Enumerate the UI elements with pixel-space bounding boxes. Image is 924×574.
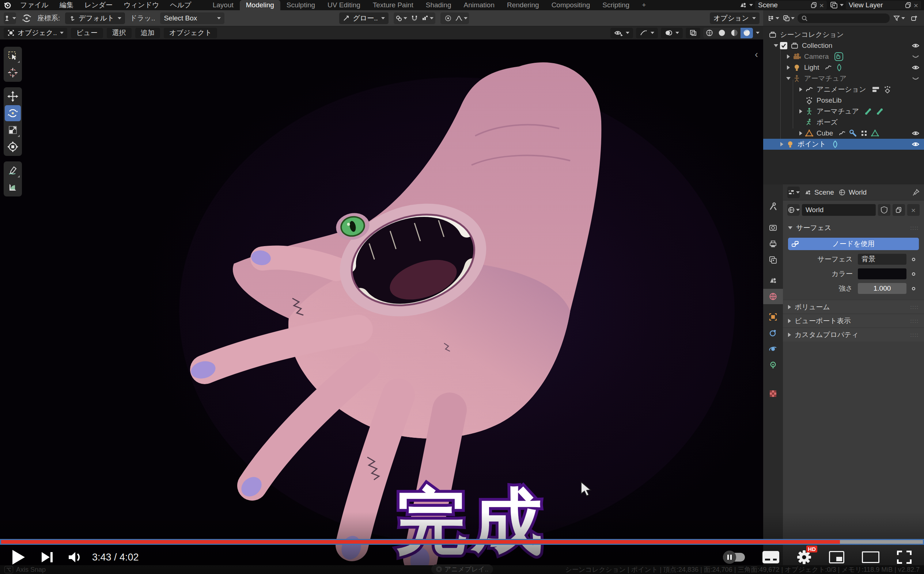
outliner-row-pose[interactable]: ポーズ: [763, 117, 924, 128]
subtitles-button[interactable]: [763, 551, 779, 563]
3d-viewport[interactable]: オブジェク.. ビュー 選択 追加 オブジェクト: [0, 26, 763, 565]
scene-icon[interactable]: [739, 1, 747, 9]
fake-user-shield-icon[interactable]: [878, 204, 890, 216]
eye-closed-icon[interactable]: [911, 54, 919, 60]
expand-icon[interactable]: [778, 142, 786, 147]
expand-icon[interactable]: [797, 87, 805, 91]
measure-tool[interactable]: [5, 179, 21, 196]
gizmo-dropdown[interactable]: [636, 28, 658, 38]
chevron-down-icon[interactable]: [749, 4, 753, 6]
play-button[interactable]: [13, 550, 25, 565]
transform-tool[interactable]: [5, 139, 21, 155]
expand-icon[interactable]: [785, 77, 793, 80]
annotate-tool[interactable]: [5, 162, 21, 178]
copy-icon[interactable]: [905, 2, 911, 8]
transform-orientation-dropdown[interactable]: グロー..: [339, 13, 388, 24]
editor-type-button[interactable]: [4, 13, 16, 24]
animation-badge[interactable]: [824, 63, 832, 72]
breadcrumb-scene[interactable]: Scene: [804, 188, 834, 196]
cursor-tool[interactable]: [5, 65, 21, 81]
light-data-badge[interactable]: [835, 63, 843, 72]
active-tool-rotate-icon[interactable]: [21, 13, 32, 24]
tab-texture-paint[interactable]: Texture Paint: [367, 0, 419, 10]
tab-shading[interactable]: Shading: [419, 0, 457, 10]
sidebar-toggle-arrow[interactable]: ‹: [755, 49, 758, 60]
theater-mode-button[interactable]: [862, 551, 880, 563]
eye-open-icon[interactable]: [911, 65, 919, 71]
tab-animation[interactable]: Animation: [457, 0, 501, 10]
panel-drag-handle[interactable]: ::::: [910, 332, 919, 338]
menu-file[interactable]: ファイル: [14, 0, 54, 10]
eye-open-icon[interactable]: [911, 43, 919, 49]
vertex-group-badge[interactable]: [860, 129, 868, 137]
expand-icon[interactable]: [797, 109, 805, 114]
tab-scripting[interactable]: Scripting: [596, 0, 636, 10]
close-icon[interactable]: ×: [820, 2, 824, 9]
tab-rendering[interactable]: Rendering: [501, 0, 545, 10]
surface-panel-header[interactable]: サーフェス ::::: [783, 218, 924, 235]
expand-icon[interactable]: [785, 65, 793, 70]
magnet-snap-icon[interactable]: [408, 13, 421, 24]
bone-badge[interactable]: [864, 107, 873, 116]
miniplayer-button[interactable]: [829, 551, 844, 563]
outliner-row-animation[interactable]: アニメーション: [763, 84, 924, 95]
outliner-row-armature[interactable]: アーマチュア: [763, 73, 924, 84]
scale-tool[interactable]: [5, 122, 21, 138]
proportional-edit-icon[interactable]: [442, 13, 454, 24]
eye-open-icon[interactable]: [911, 141, 919, 147]
volume-panel-header[interactable]: ボリューム ::::: [783, 300, 924, 314]
modifier-wrench-badge[interactable]: [849, 129, 857, 137]
select-mode-dropdown[interactable]: Select Box: [160, 13, 225, 24]
expand-icon[interactable]: [785, 54, 793, 59]
outliner-row-point-light[interactable]: ポイント: [763, 139, 924, 150]
outliner-row-scene-collection[interactable]: シーンコレクション: [763, 29, 924, 40]
move-tool[interactable]: [5, 88, 21, 104]
shading-wireframe-button[interactable]: [703, 28, 716, 38]
tab-output[interactable]: [763, 236, 783, 252]
options-button[interactable]: オプション: [710, 13, 759, 24]
panel-drag-handle[interactable]: ::::: [910, 304, 919, 310]
tab-compositing[interactable]: Compositing: [545, 0, 596, 10]
breadcrumb-world[interactable]: World: [839, 188, 867, 196]
animation-badge[interactable]: [838, 129, 846, 137]
menu-render[interactable]: レンダー: [79, 0, 118, 10]
mode-dropdown[interactable]: オブジェク..: [4, 28, 67, 38]
volume-button[interactable]: [68, 551, 82, 563]
visibility-dropdown[interactable]: [611, 28, 633, 38]
collection-checkbox[interactable]: [780, 42, 787, 49]
outliner-editor-type-icon[interactable]: [767, 13, 779, 24]
video-progress-bar[interactable]: [0, 539, 924, 545]
fullscreen-button[interactable]: [897, 550, 911, 564]
tab-physics[interactable]: [763, 341, 783, 357]
custom-properties-panel-header[interactable]: カスタムプロパティ ::::: [783, 328, 924, 341]
outliner-row-cube[interactable]: Cube: [763, 128, 924, 139]
new-collection-icon[interactable]: [908, 13, 920, 24]
mesh-data-badge[interactable]: [871, 129, 879, 137]
tab-constraints[interactable]: [763, 325, 783, 341]
view-layer-icon[interactable]: [830, 1, 838, 9]
chevron-down-icon[interactable]: [840, 4, 843, 6]
world-browse-icon[interactable]: [787, 204, 800, 216]
select-box-tool[interactable]: [5, 48, 21, 64]
outliner-row-collection[interactable]: Collection: [763, 40, 924, 51]
menu-window[interactable]: ウィンドウ: [118, 0, 165, 10]
tab-object[interactable]: [763, 309, 783, 325]
color-swatch[interactable]: [858, 268, 907, 279]
outliner-row-light[interactable]: Light: [763, 62, 924, 73]
copy-icon[interactable]: [892, 204, 905, 216]
strength-slider[interactable]: 1.000: [858, 283, 907, 294]
close-icon[interactable]: ×: [907, 204, 919, 216]
view-layer-name-field[interactable]: View Layer ×: [846, 1, 921, 9]
settings-button[interactable]: HD: [797, 550, 812, 565]
tab-tool[interactable]: [763, 199, 783, 214]
world-name-field[interactable]: World: [802, 204, 876, 216]
panel-drag-handle[interactable]: ::::: [910, 318, 919, 324]
tab-view-layer[interactable]: [763, 252, 783, 268]
menu-select[interactable]: 選択: [107, 28, 131, 38]
overlays-dropdown[interactable]: [661, 28, 683, 38]
rotate-tool[interactable]: [5, 105, 21, 121]
menu-add[interactable]: 追加: [135, 28, 160, 38]
tab-scene[interactable]: [763, 273, 783, 288]
tab-uv-editing[interactable]: UV Editing: [321, 0, 367, 10]
properties-editor-icon[interactable]: [787, 186, 800, 198]
